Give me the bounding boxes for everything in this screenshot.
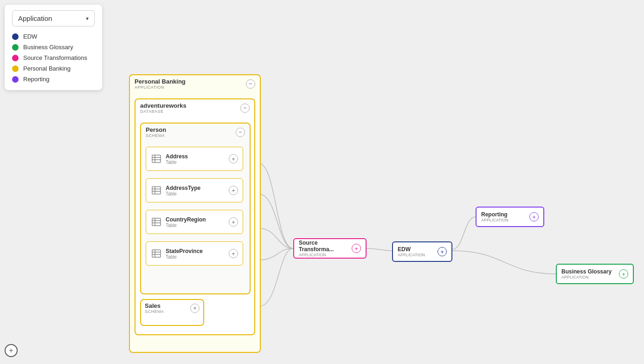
personal-banking-dot (12, 65, 19, 72)
edw-node-title: EDW (398, 246, 425, 253)
personal-banking-label: Personal Banking (23, 65, 71, 72)
reporting-dot (12, 76, 19, 83)
svg-rect-0 (152, 155, 161, 162)
person-subtitle: SCHEMA (146, 133, 166, 138)
legend-item-personal-banking: Personal Banking (12, 65, 95, 72)
address-type-expand-btn[interactable]: + (229, 186, 238, 195)
person-collapse-btn[interactable]: − (236, 128, 245, 137)
country-region-table-node[interactable]: CountryRegion Table + (146, 210, 243, 234)
address-table-name: Address (166, 153, 225, 160)
legend-item-source-transformations: Source Transformations (12, 54, 95, 61)
adventureworks-header: adventureworks DATABASE − (135, 99, 254, 117)
table-icon (151, 216, 162, 228)
address-expand-btn[interactable]: + (229, 154, 238, 163)
sales-schema-node: Sales SCHEMA + (140, 299, 204, 326)
sales-header: Sales SCHEMA + (141, 300, 203, 316)
reporting-node-title: Reporting (481, 211, 509, 218)
state-province-table-node[interactable]: StateProvince Table + (146, 241, 243, 266)
source-transformations-dot (12, 55, 19, 61)
sales-title: Sales (145, 302, 164, 309)
person-title: Person (146, 126, 166, 133)
personal-banking-node: Personal Banking APPLICATION − adventure… (129, 74, 261, 353)
edw-expand-btn[interactable]: + (438, 247, 447, 256)
business-glossary-node[interactable]: Business Glossary APPLICATION + (556, 264, 634, 284)
personal-banking-subtitle: APPLICATION (135, 85, 186, 90)
reporting-node-subtitle: APPLICATION (481, 218, 509, 222)
edw-dot (12, 33, 19, 40)
source-transform-title: Source Transforma... (299, 240, 352, 253)
address-table-type: Table (166, 160, 225, 165)
address-table-node[interactable]: Address Table + (146, 147, 243, 171)
adventureworks-subtitle: DATABASE (140, 109, 187, 114)
reporting-node[interactable]: Reporting APPLICATION + (476, 207, 544, 227)
address-table-info: Address Table (166, 153, 225, 165)
chevron-down-icon: ▾ (86, 15, 89, 22)
business-glossary-label: Business Glossary (23, 44, 73, 51)
legend-items: EDW Business Glossary Source Transformat… (12, 33, 95, 83)
personal-banking-collapse-btn[interactable]: − (246, 79, 255, 89)
personal-banking-title: Personal Banking (135, 78, 186, 85)
country-region-expand-btn[interactable]: + (229, 217, 238, 227)
source-transformations-label: Source Transformations (23, 54, 87, 61)
business-glossary-node-subtitle: APPLICATION (561, 275, 612, 280)
table-icon (151, 248, 162, 259)
dropdown-label: Application (18, 14, 52, 22)
address-type-table-info: AddressType Table (166, 185, 225, 196)
business-glossary-node-title: Business Glossary (561, 268, 612, 275)
svg-rect-8 (152, 218, 161, 226)
country-region-table-info: CountryRegion Table (166, 216, 225, 228)
business-glossary-dot (12, 44, 19, 51)
adventureworks-collapse-btn[interactable]: − (240, 104, 250, 113)
add-button[interactable]: + (5, 344, 18, 357)
country-region-table-type: Table (166, 223, 225, 228)
state-province-table-name: StateProvince (166, 248, 225, 254)
address-type-table-name: AddressType (166, 185, 225, 191)
application-dropdown[interactable]: Application ▾ (12, 10, 95, 26)
reporting-label: Reporting (23, 76, 49, 83)
sales-subtitle: SCHEMA (145, 309, 164, 314)
person-header: Person SCHEMA − (141, 124, 250, 141)
table-icon (151, 153, 162, 164)
personal-banking-header: Personal Banking APPLICATION − (130, 75, 260, 92)
edw-node-subtitle: APPLICATION (398, 253, 425, 257)
adventureworks-node: adventureworks DATABASE − Person SCHEMA … (135, 98, 255, 335)
reporting-expand-btn[interactable]: + (529, 212, 539, 221)
country-region-table-name: CountryRegion (166, 216, 225, 223)
sales-expand-btn[interactable]: + (190, 304, 200, 313)
state-province-table-type: Table (166, 254, 225, 260)
edw-node[interactable]: EDW APPLICATION + (392, 241, 452, 262)
address-type-table-node[interactable]: AddressType Table + (146, 178, 243, 202)
source-transform-node[interactable]: Source Transforma... APPLICATION + (293, 238, 367, 259)
business-glossary-expand-btn[interactable]: + (619, 269, 628, 279)
legend-item-business-glossary: Business Glossary (12, 44, 95, 51)
svg-rect-12 (152, 250, 161, 257)
source-transform-subtitle: APPLICATION (299, 253, 352, 257)
address-type-table-type: Table (166, 191, 225, 196)
state-province-expand-btn[interactable]: + (229, 249, 238, 258)
svg-rect-4 (152, 187, 161, 194)
state-province-table-info: StateProvince Table (166, 248, 225, 260)
legend-item-edw: EDW (12, 33, 95, 40)
edw-label: EDW (23, 33, 37, 40)
source-transform-expand-btn[interactable]: + (352, 244, 361, 253)
table-icon (151, 185, 162, 196)
adventureworks-title: adventureworks (140, 102, 187, 109)
canvas: Application ▾ EDW Business Glossary Sour… (0, 0, 644, 364)
person-schema-node: Person SCHEMA − Address Table (140, 123, 251, 294)
legend-item-reporting: Reporting (12, 76, 95, 83)
legend-panel: Application ▾ EDW Business Glossary Sour… (5, 5, 102, 90)
